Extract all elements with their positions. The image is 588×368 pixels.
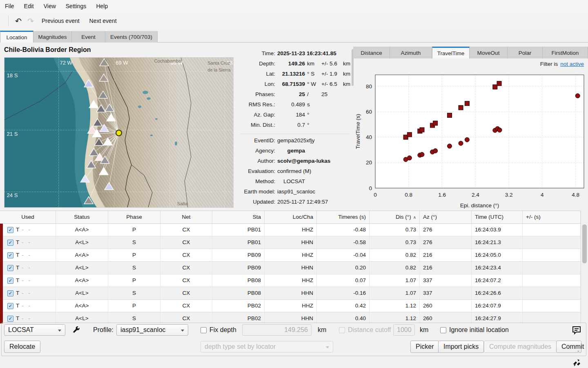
plot-tab-azimuth[interactable]: Azimuth bbox=[390, 47, 432, 58]
used-checkbox[interactable]: ✓ bbox=[7, 240, 13, 246]
ignore-initial-location-checkbox[interactable] bbox=[440, 327, 446, 333]
table-row[interactable]: ✓T- -A<A>PCXPB08HHZ0.071.0733716:24:07.2 bbox=[0, 274, 581, 287]
plot-tab-firstmotion[interactable]: FirstMotion bbox=[543, 47, 588, 58]
map-longitude-label: 69 W bbox=[116, 60, 128, 66]
locator-settings-wrench-icon[interactable] bbox=[72, 326, 80, 334]
table-row[interactable]: ✓T- -A<A>PCXPB02HHZ0.421.1226016:24:07.9 bbox=[0, 300, 581, 312]
traveltime-plot[interactable]: 00.81.62.43.244.8020406080Epi. distance … bbox=[354, 70, 588, 211]
undo-icon[interactable]: ↶ bbox=[13, 16, 24, 26]
origin-detail-value: 25 bbox=[277, 89, 305, 99]
menu-item-settings[interactable]: Settings bbox=[61, 1, 91, 11]
data-point-s[interactable] bbox=[465, 101, 469, 106]
data-point-p[interactable] bbox=[420, 152, 424, 157]
distance-cutoff-value-field: 1000 bbox=[393, 324, 415, 336]
previous-event-button[interactable]: Previous event bbox=[37, 16, 85, 26]
used-checkbox[interactable]: ✓ bbox=[7, 252, 13, 258]
relocate-button[interactable]: Relocate bbox=[4, 341, 40, 353]
comment-icon[interactable] bbox=[571, 325, 582, 335]
column-header-used[interactable]: Used bbox=[0, 211, 56, 223]
station-marker[interactable] bbox=[105, 182, 114, 190]
used-checkbox[interactable]: ✓ bbox=[7, 227, 13, 233]
used-checkbox[interactable]: ✓ bbox=[7, 290, 13, 296]
data-point-s[interactable] bbox=[493, 85, 497, 89]
err-cell bbox=[523, 312, 581, 324]
origin-detail-unit: ° bbox=[307, 120, 319, 130]
column-header-status[interactable]: Status bbox=[56, 211, 108, 223]
table-row[interactable]: ✓T- -A<A>PCXPB09HHZ-0.040.8221616:24:05.… bbox=[0, 249, 581, 262]
column-header-sta[interactable]: Sta bbox=[212, 211, 265, 223]
data-point-p[interactable] bbox=[433, 148, 438, 153]
data-point-s[interactable] bbox=[433, 121, 438, 126]
column-header-timeress[interactable]: Timeres (s) bbox=[317, 211, 370, 223]
plot-tab-moveout[interactable]: MoveOut bbox=[470, 47, 508, 58]
map-city-label: de la Sierra bbox=[207, 67, 230, 72]
next-event-button[interactable]: Next event bbox=[85, 16, 122, 26]
data-point-p[interactable] bbox=[447, 144, 452, 148]
origin-detail-value: 21.13216 bbox=[277, 69, 305, 79]
column-header-net[interactable]: Net bbox=[160, 211, 212, 223]
column-header-s[interactable]: +/- (s) bbox=[523, 211, 581, 223]
used-checkbox[interactable]: ✓ bbox=[7, 265, 13, 271]
tab-event[interactable]: Event bbox=[72, 31, 105, 43]
fix-depth-checkbox[interactable] bbox=[200, 327, 207, 333]
used-cell: ✓T- - bbox=[0, 224, 56, 236]
plot-tab-traveltime[interactable]: TravelTime bbox=[432, 47, 470, 58]
residual-color-bar bbox=[0, 312, 3, 324]
used-checkbox[interactable]: ✓ bbox=[7, 303, 13, 309]
compute-magnitudes-button: Compute magnitudes bbox=[484, 341, 557, 353]
residual-color-bar bbox=[0, 249, 3, 262]
table-row[interactable]: ✓T- -A<L>SCXPB08HHN-0.161.0733716:24:26.… bbox=[0, 287, 581, 300]
menu-item-file[interactable]: File bbox=[0, 1, 19, 11]
data-point-p[interactable] bbox=[459, 141, 463, 146]
lake bbox=[175, 141, 177, 146]
locator-select[interactable]: LOCSAT bbox=[4, 324, 65, 336]
origin-detail-label: Lon: bbox=[238, 79, 275, 89]
data-point-s[interactable] bbox=[497, 81, 501, 86]
net-cell: CX bbox=[160, 300, 212, 312]
table-row[interactable]: ✓T- -A<L>SCXPB09HHN0.200.8221616:24:23.4 bbox=[0, 262, 581, 274]
table-row[interactable]: ✓T- -A<L>SCXPB02HHN0.401.1226016:24:27.9 bbox=[0, 312, 581, 323]
epicenter-marker[interactable] bbox=[116, 130, 122, 136]
station-marker[interactable] bbox=[98, 91, 107, 99]
menu-item-view[interactable]: View bbox=[39, 1, 61, 11]
plot-tab-polar[interactable]: Polar bbox=[508, 47, 543, 58]
commit-button[interactable]: Commit ⌄ bbox=[556, 341, 581, 353]
used-checkbox[interactable]: ✓ bbox=[7, 278, 13, 284]
event-detail-label: Author: bbox=[238, 156, 275, 166]
profile-select[interactable]: iasp91_scanloc bbox=[116, 324, 188, 336]
station-marker[interactable] bbox=[100, 58, 109, 66]
tab-magnitudes[interactable]: Magnitudes bbox=[33, 31, 72, 43]
station-marker[interactable] bbox=[94, 138, 103, 146]
table-row[interactable]: ✓T- -A<A>PCXPB01HHZ-0.480.7327616:24:03.… bbox=[0, 224, 581, 236]
arrival-table-scrollbar[interactable] bbox=[581, 211, 588, 323]
used-checkbox[interactable]: ✓ bbox=[7, 316, 13, 322]
data-point-s[interactable] bbox=[420, 128, 424, 132]
menu-item-edit[interactable]: Edit bbox=[19, 1, 39, 11]
picker-button[interactable]: Picker bbox=[410, 341, 439, 353]
data-point-p[interactable] bbox=[465, 137, 469, 142]
column-header-loccha[interactable]: Loc/Cha bbox=[265, 211, 317, 223]
data-point-p[interactable] bbox=[497, 128, 502, 132]
station-marker[interactable] bbox=[105, 104, 114, 111]
data-point-s[interactable] bbox=[407, 132, 412, 137]
column-header-az[interactable]: Az (°) bbox=[420, 211, 472, 223]
import-picks-button[interactable]: Import picks bbox=[438, 341, 484, 353]
tab-events-700-703-[interactable]: Events (700/703) bbox=[105, 31, 158, 43]
location-map[interactable]: 72 W69 W66 W6318 S21 S24 SCochabambaSant… bbox=[4, 57, 234, 208]
tab-location[interactable]: Location bbox=[0, 31, 33, 43]
station-marker[interactable] bbox=[99, 168, 108, 175]
data-point-s[interactable] bbox=[459, 105, 463, 110]
plot-tab-distance[interactable]: Distance bbox=[353, 47, 390, 58]
connection-status-icon[interactable] bbox=[572, 359, 581, 367]
menu-item-help[interactable]: Help bbox=[91, 1, 113, 11]
column-header-timeutc[interactable]: Time (UTC) bbox=[472, 211, 523, 223]
filter-status-link[interactable]: not active bbox=[560, 61, 584, 67]
map-canvas bbox=[4, 58, 233, 207]
table-row[interactable]: ✓T- -A<L>SCXPB01HHN-0.580.7327616:24:21.… bbox=[0, 236, 581, 249]
data-point-p[interactable] bbox=[575, 94, 580, 98]
arrival-table-scrollbar-thumb[interactable] bbox=[582, 224, 587, 263]
column-header-phase[interactable]: Phase bbox=[108, 211, 160, 223]
data-point-p[interactable] bbox=[407, 156, 412, 160]
data-point-s[interactable] bbox=[447, 113, 452, 117]
column-header-dis[interactable]: Dis (°)∧ bbox=[370, 211, 420, 223]
